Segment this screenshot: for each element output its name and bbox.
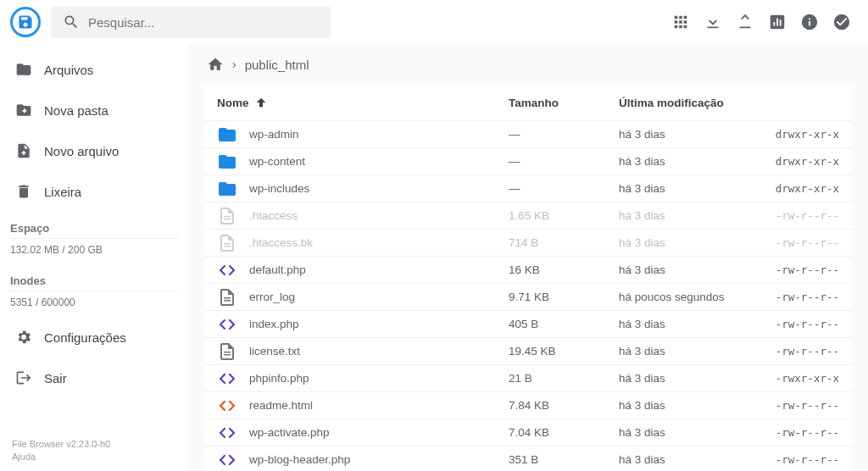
trash-icon	[15, 183, 32, 200]
file-name: default.php	[249, 263, 509, 276]
code-icon	[217, 450, 237, 470]
newfolder-icon	[15, 102, 32, 119]
file-modified: há 3 dias	[619, 155, 754, 168]
file-row[interactable]: license.txt19.45 KBhá 3 dias-rw-r--r--	[203, 337, 853, 364]
file-perm: -rw-r--r--	[754, 318, 839, 330]
file-modified: há 3 dias	[619, 318, 754, 330]
col-modified[interactable]: Última modificação	[619, 97, 754, 109]
logout-icon	[15, 369, 32, 386]
file-size: 405 B	[509, 318, 619, 330]
search-input[interactable]	[88, 15, 319, 30]
code-icon	[217, 314, 237, 335]
file-size: 16 KB	[509, 263, 619, 276]
file-row[interactable]: readme.html7.84 KBhá 3 dias-rw-r--r--	[203, 391, 853, 418]
info-icon[interactable]	[800, 13, 819, 31]
file-size: 21 B	[509, 372, 619, 385]
file-size: —	[509, 182, 619, 195]
file-size: 351 B	[509, 453, 619, 466]
file-row[interactable]: default.php16 KBhá 3 dias-rw-r--r--	[203, 256, 853, 283]
file-perm: drwxr-xr-x	[754, 128, 839, 141]
file-name: wp-blog-header.php	[249, 453, 509, 466]
file-size: 1.65 KB	[509, 209, 619, 222]
grid-view-icon[interactable]	[671, 13, 690, 31]
stats-icon[interactable]	[768, 13, 787, 31]
sidebar-item-newfolder[interactable]: Nova pasta	[0, 90, 188, 130]
gear-icon	[15, 329, 32, 346]
sidebar-item-newfile[interactable]: Novo arquivo	[0, 130, 188, 171]
file-size: 9.71 KB	[509, 291, 619, 303]
home-icon[interactable]	[207, 56, 224, 73]
file-perm: -rw-r--r--	[754, 345, 839, 357]
file-perm: -rw-r--r--	[754, 453, 839, 466]
file-name: .htaccess	[249, 209, 509, 222]
code-icon	[217, 396, 237, 416]
file-row[interactable]: phpinfo.php21 Bhá 3 dias-rwxr-xr-x	[203, 364, 853, 391]
newfile-icon	[15, 142, 32, 159]
upload-icon[interactable]	[736, 13, 754, 31]
file-name: error_log	[249, 291, 509, 303]
sidebar-item-label: Nova pasta	[44, 103, 108, 118]
file-row[interactable]: error_log9.71 KBhá poucos segundos-rw-r-…	[203, 283, 853, 310]
folder-icon	[217, 179, 237, 199]
file-row[interactable]: wp-content—há 3 diasdrwxr-xr-x	[203, 147, 853, 175]
file-row[interactable]: wp-activate.php7.04 KBhá 3 dias-rw-r--r-…	[203, 418, 853, 446]
sidebar: Arquivos Nova pasta Novo arquivo Lixeira…	[0, 44, 188, 471]
listing-header: Nome Tamanho Última modificação	[203, 85, 853, 120]
file-perm: drwxr-xr-x	[754, 182, 839, 195]
file-row[interactable]: wp-includes—há 3 diasdrwxr-xr-x	[203, 175, 853, 202]
file-modified: há 3 dias	[619, 182, 754, 195]
file-size: 714 B	[509, 236, 619, 249]
folder-icon	[15, 61, 32, 78]
download-icon[interactable]	[704, 13, 722, 31]
folder-icon	[217, 152, 237, 172]
sidebar-item-label: Arquivos	[44, 63, 93, 77]
file-row[interactable]: .htaccess1.65 KBhá 3 dias-rw-r--r--	[203, 202, 853, 229]
file-name: wp-content	[249, 155, 509, 168]
file-modified: há 3 dias	[619, 426, 754, 439]
search-icon	[63, 14, 80, 30]
search-box[interactable]	[51, 6, 331, 38]
file-modified: há 3 dias	[619, 399, 754, 412]
file-modified: há 3 dias	[619, 128, 754, 141]
sidebar-item-trash[interactable]: Lixeira	[0, 171, 188, 212]
col-size[interactable]: Tamanho	[509, 97, 619, 109]
file-listing: Nome Tamanho Última modificação wp-admin…	[203, 85, 853, 471]
file-modified: há 3 dias	[619, 209, 754, 222]
file-row[interactable]: .htaccess.bk714 Bhá 3 dias-rw-r--r--	[203, 229, 853, 256]
breadcrumb-current[interactable]: public_html	[245, 58, 309, 72]
file-row[interactable]: wp-admin—há 3 diasdrwxr-xr-x	[203, 120, 853, 147]
help-link[interactable]: Ajuda	[12, 451, 176, 463]
file-row[interactable]: index.php405 Bhá 3 dias-rw-r--r--	[203, 310, 853, 337]
check-icon[interactable]	[832, 13, 851, 31]
file-row[interactable]: wp-blog-header.php351 Bhá 3 dias-rw-r--r…	[203, 446, 853, 471]
file-modified: há poucos segundos	[619, 291, 754, 303]
breadcrumb: › public_html	[188, 44, 868, 85]
file-modified: há 3 dias	[619, 236, 754, 249]
sidebar-item-files[interactable]: Arquivos	[0, 49, 188, 90]
space-value: 132.02 MB / 200 GB	[0, 239, 188, 264]
file-name: wp-activate.php	[249, 426, 509, 439]
space-label: Espaço	[0, 212, 188, 238]
app-logo[interactable]	[10, 7, 41, 37]
sidebar-item-logout[interactable]: Sair	[0, 357, 188, 398]
col-name[interactable]: Nome	[217, 96, 509, 109]
file-name: wp-includes	[249, 182, 509, 195]
file-icon	[217, 233, 237, 253]
file-size: 7.04 KB	[509, 426, 619, 439]
file-size: 7.84 KB	[509, 399, 619, 412]
file-perm: -rw-r--r--	[754, 399, 839, 412]
app-version: File Browser v2.23.0-h0	[12, 438, 176, 450]
file-name: wp-admin	[249, 128, 509, 141]
file-perm: -rw-r--r--	[754, 209, 839, 222]
inodes-value: 5351 / 600000	[0, 291, 188, 317]
file-perm: -rw-r--r--	[754, 291, 839, 303]
sidebar-item-label: Lixeira	[44, 185, 81, 199]
file-name: phpinfo.php	[249, 372, 509, 385]
main-panel: › public_html Nome Tamanho Última modifi…	[188, 44, 868, 471]
file-icon	[217, 341, 237, 362]
file-modified: há 3 dias	[619, 345, 754, 357]
file-perm: -rw-r--r--	[754, 426, 839, 439]
file-size: —	[509, 155, 619, 168]
chevron-right-icon: ›	[232, 58, 236, 71]
sidebar-item-settings[interactable]: Configurações	[0, 317, 188, 357]
